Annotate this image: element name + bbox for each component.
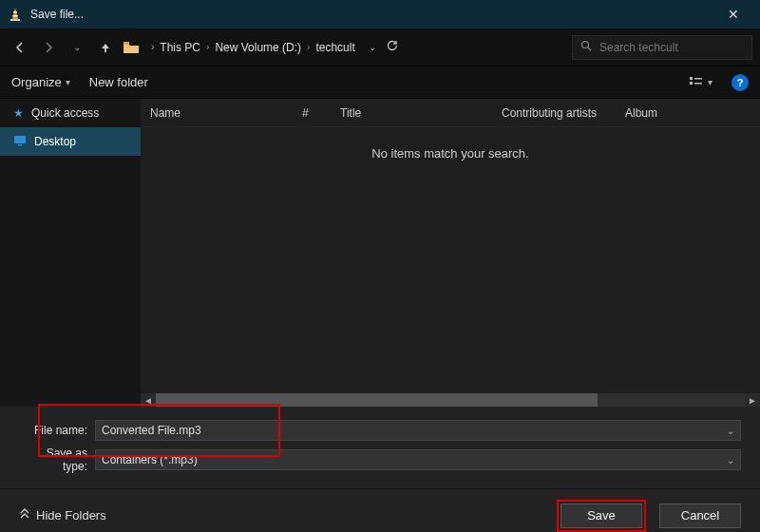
toolbar: Organize ▾ New folder ▾ ? <box>0 66 760 99</box>
breadcrumb[interactable]: › This PC › New Volume (D:) › techcult ⌄ <box>144 35 568 60</box>
search-icon <box>580 40 592 54</box>
breadcrumb-this-pc[interactable]: This PC <box>160 41 200 54</box>
folder-icon <box>122 41 141 54</box>
svg-line-6 <box>588 48 591 50</box>
saveastype-label: Save as type: <box>19 446 95 473</box>
svg-rect-3 <box>12 15 17 17</box>
scroll-right-icon[interactable]: ► <box>745 395 760 406</box>
breadcrumb-volume[interactable]: New Volume (D:) <box>215 41 301 54</box>
save-button[interactable]: Save <box>560 504 642 528</box>
file-area: Name # Title Contributing artists Album … <box>141 99 760 407</box>
chevron-collapse-icon <box>19 508 30 522</box>
svg-rect-10 <box>694 83 702 85</box>
saveastype-row: Save as type: Containers (*.mp3) ⌄ <box>19 446 741 473</box>
sidebar-item-quick-access[interactable]: ★ Quick access <box>0 99 141 127</box>
filename-input[interactable]: Converted File.mp3 ⌄ <box>95 420 741 441</box>
chevron-down-icon[interactable]: ⌄ <box>727 426 734 436</box>
organize-button[interactable]: Organize ▾ <box>11 75 70 89</box>
chevron-right-icon: › <box>206 42 209 52</box>
scroll-left-icon[interactable]: ◄ <box>141 395 156 406</box>
breadcrumb-folder[interactable]: techcult <box>315 41 354 54</box>
refresh-button[interactable] <box>386 39 399 55</box>
title-bar: Save file... ✕ <box>0 0 760 28</box>
svg-rect-2 <box>13 11 17 13</box>
column-header-number[interactable]: # <box>293 106 331 120</box>
view-options-button[interactable]: ▾ <box>689 76 712 89</box>
chevron-right-icon: › <box>151 42 154 52</box>
search-input[interactable] <box>599 41 744 54</box>
svg-rect-9 <box>694 78 702 80</box>
filename-value: Converted File.mp3 <box>102 424 201 437</box>
footer: Hide Folders Save Cancel <box>0 488 760 532</box>
svg-rect-8 <box>690 82 693 85</box>
help-button[interactable]: ? <box>732 74 749 91</box>
fields-panel: File name: Converted File.mp3 ⌄ Save as … <box>0 407 760 488</box>
star-icon: ★ <box>13 106 24 120</box>
recent-locations-button[interactable]: ⌄ <box>65 35 89 60</box>
nav-bar: ⌄ › This PC › New Volume (D:) › techcult… <box>0 28 760 66</box>
new-folder-button[interactable]: New folder <box>89 75 148 89</box>
back-button[interactable] <box>8 35 32 60</box>
chevron-down-icon: ▾ <box>66 77 70 87</box>
sidebar-item-label: Quick access <box>31 106 99 120</box>
organize-label: Organize <box>11 75 62 89</box>
horizontal-scrollbar[interactable]: ◄ ► <box>141 393 760 407</box>
close-button[interactable]: ✕ <box>714 7 752 22</box>
sidebar-item-desktop[interactable]: Desktop <box>0 127 141 156</box>
filename-label: File name: <box>19 424 95 437</box>
desktop-icon <box>13 135 27 149</box>
svg-point-5 <box>582 42 589 48</box>
column-headers: Name # Title Contributing artists Album <box>141 99 760 127</box>
chevron-down-icon: ▾ <box>708 77 712 87</box>
saveastype-input[interactable]: Containers (*.mp3) ⌄ <box>95 449 741 470</box>
column-header-contrib[interactable]: Contributing artists <box>492 106 616 120</box>
up-button[interactable] <box>93 35 118 60</box>
empty-message: No items match your search. <box>141 127 760 161</box>
svg-rect-7 <box>690 77 693 80</box>
column-header-name[interactable]: Name <box>141 106 293 120</box>
highlight-save: Save <box>557 500 646 532</box>
column-header-album[interactable]: Album <box>616 106 692 120</box>
sidebar-item-label: Desktop <box>34 135 76 148</box>
chevron-down-icon[interactable]: ⌄ <box>727 455 734 466</box>
search-box[interactable] <box>572 35 752 60</box>
hide-folders-button[interactable]: Hide Folders <box>19 508 106 522</box>
svg-marker-0 <box>12 8 18 19</box>
body: ★ Quick access Desktop Name # Title Cont… <box>0 99 760 407</box>
sidebar: ★ Quick access Desktop <box>0 99 141 407</box>
svg-rect-4 <box>124 42 129 45</box>
vlc-cone-icon <box>8 7 23 22</box>
hide-folders-label: Hide Folders <box>36 508 106 522</box>
saveastype-value: Containers (*.mp3) <box>102 453 198 466</box>
filename-row: File name: Converted File.mp3 ⌄ <box>19 420 741 441</box>
breadcrumb-dropdown[interactable]: ⌄ <box>369 42 376 52</box>
column-header-title[interactable]: Title <box>331 106 492 120</box>
window-title: Save file... <box>30 8 714 21</box>
scrollbar-thumb[interactable] <box>156 393 598 407</box>
chevron-right-icon: › <box>307 42 310 52</box>
svg-rect-1 <box>10 19 20 21</box>
cancel-button[interactable]: Cancel <box>659 504 741 528</box>
forward-button[interactable] <box>36 35 61 60</box>
svg-rect-11 <box>14 136 26 143</box>
svg-rect-12 <box>18 144 22 146</box>
scrollbar-track[interactable] <box>156 393 745 407</box>
